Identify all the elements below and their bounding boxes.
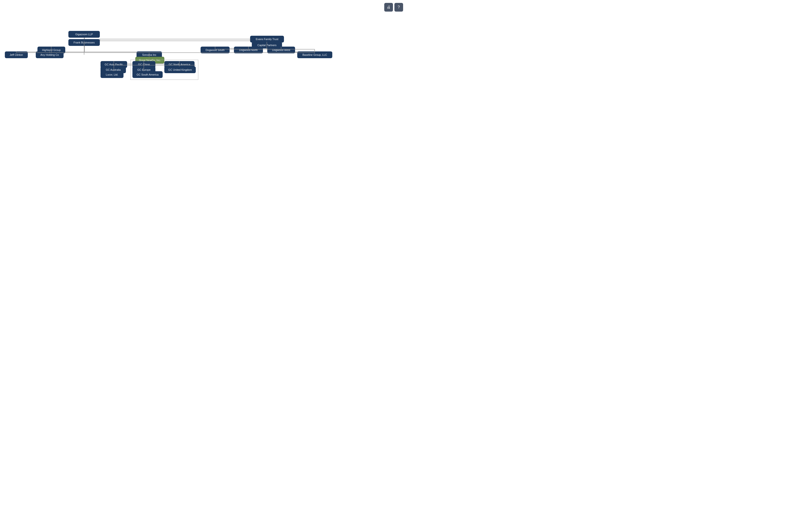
node-any-holding-co[interactable]: Any Holding Co [36,51,63,58]
node-frank-businesses[interactable]: Frank Businesses [68,39,100,46]
node-dogwood-north[interactable]: Dogwood North [234,47,263,53]
node-gc-south-america[interactable]: GC South America [133,71,163,78]
node-evans-family-trust[interactable]: Evans Family Trust [250,36,284,43]
node-jeff-clinton[interactable]: Jeff Clinton [5,51,28,58]
org-chart: Gigazoom LLP Frank Businesses Evans Fami… [0,0,406,253]
node-gc-united-kingdom[interactable]: GC United Kingdom [164,66,196,73]
node-baseline-group[interactable]: Baseline Group, LLC [297,51,332,58]
node-lucor-ltd[interactable]: Lucor, Ltd. [101,71,123,78]
node-gigazoom[interactable]: Gigazoom LLP [68,31,100,38]
node-dogwood-west[interactable]: Dogwood West [267,47,295,53]
node-dogwood-south[interactable]: Dogwood South [201,47,230,53]
